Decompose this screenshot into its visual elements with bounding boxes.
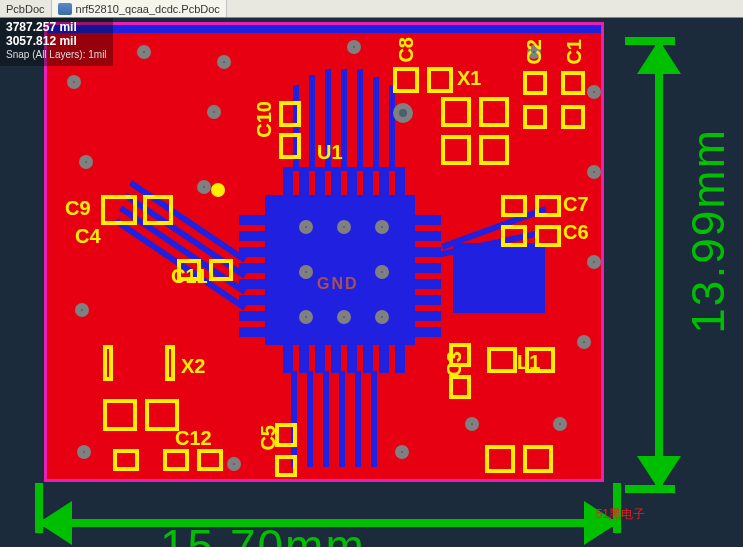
pad — [145, 399, 179, 431]
designator-l1: L1 — [517, 351, 540, 374]
via — [299, 265, 313, 279]
pad — [275, 455, 297, 477]
coord-y: 3057.812 mil — [6, 34, 107, 48]
trace — [323, 371, 329, 467]
via — [337, 220, 351, 234]
dimension-vertical — [619, 40, 689, 490]
pcb-board[interactable]: GND C8 X1 C2 C1 C10 U1 C9 C4 C11 C7 C6 X… — [44, 22, 604, 482]
via — [77, 445, 91, 459]
copper-fill — [47, 25, 601, 33]
pad — [501, 225, 527, 247]
via — [375, 265, 389, 279]
pad — [449, 375, 471, 399]
pad — [479, 97, 509, 127]
designator-c2: C2 — [523, 39, 546, 65]
copper-fill — [453, 243, 545, 313]
silk-text-gnd: GND — [317, 275, 359, 293]
designator-c1: C1 — [563, 39, 586, 65]
via — [217, 55, 231, 69]
pad — [441, 97, 471, 127]
via — [197, 180, 211, 194]
trace — [307, 371, 313, 467]
designator-c11: C11 — [171, 265, 208, 288]
designator-c7: C7 — [563, 193, 589, 216]
via — [465, 417, 479, 431]
trace — [389, 85, 395, 171]
pad — [561, 71, 585, 95]
designator-c10: C10 — [253, 101, 276, 138]
pin1-marker — [211, 183, 225, 197]
via — [375, 220, 389, 234]
designator-c5: C5 — [257, 425, 280, 451]
designator-x1: X1 — [457, 67, 481, 90]
trace — [371, 371, 377, 467]
tab-label: PcbDoc — [6, 3, 45, 15]
pad — [535, 195, 561, 217]
via — [587, 85, 601, 99]
designator-x2: X2 — [181, 355, 205, 378]
pad — [427, 67, 453, 93]
pad — [479, 135, 509, 165]
trace — [357, 69, 363, 171]
pad — [209, 259, 233, 281]
pad — [101, 195, 137, 225]
trace — [373, 77, 379, 171]
via — [553, 417, 567, 431]
snap-info: Snap (All Layers): 1mil — [6, 48, 107, 62]
trace — [309, 75, 315, 171]
pad — [103, 345, 113, 381]
tab-label: nrf52810_qcaa_dcdc.PcbDoc — [76, 3, 220, 15]
pad — [487, 347, 517, 373]
pad — [279, 133, 301, 159]
pad — [523, 445, 553, 473]
pad — [523, 105, 547, 129]
pad — [143, 195, 173, 225]
tab-file-2[interactable]: nrf52810_qcaa_dcdc.PcbDoc — [52, 0, 227, 17]
pad — [501, 195, 527, 217]
pad — [113, 449, 139, 471]
pcb-workspace[interactable]: 3787.257 mil 3057.812 mil Snap (All Laye… — [0, 18, 743, 547]
pad — [561, 105, 585, 129]
via — [587, 165, 601, 179]
pad — [103, 399, 137, 431]
via — [375, 310, 389, 324]
designator-c8: C8 — [395, 37, 418, 63]
trace — [355, 371, 361, 467]
designator-c9: C9 — [65, 197, 91, 220]
document-icon — [58, 3, 72, 15]
watermark-text: 51黑电子 — [596, 506, 645, 523]
via — [79, 155, 93, 169]
cursor-readout: 3787.257 mil 3057.812 mil Snap (All Laye… — [0, 18, 113, 66]
pad — [441, 135, 471, 165]
via — [207, 105, 221, 119]
pad — [197, 449, 223, 471]
via — [75, 303, 89, 317]
pad — [165, 345, 175, 381]
coord-x: 3787.257 mil — [6, 20, 107, 34]
via — [299, 310, 313, 324]
via — [299, 220, 313, 234]
pad — [523, 71, 547, 95]
pad — [393, 67, 419, 93]
via — [347, 40, 361, 54]
via — [587, 255, 601, 269]
pad — [279, 101, 301, 127]
designator-c3: C3 — [443, 351, 466, 377]
tab-bar: PcbDoc nrf52810_qcaa_dcdc.PcbDoc — [0, 0, 743, 18]
trace — [339, 371, 345, 467]
via — [137, 45, 151, 59]
via — [577, 335, 591, 349]
via — [337, 310, 351, 324]
pad — [535, 225, 561, 247]
designator-c12: C12 — [175, 427, 212, 450]
via — [395, 445, 409, 459]
pad — [485, 445, 515, 473]
pad — [163, 449, 189, 471]
designator-c6: C6 — [563, 221, 589, 244]
via — [393, 103, 413, 123]
dimension-height-label: 13.99mm — [681, 128, 735, 334]
tab-file-1[interactable]: PcbDoc — [0, 0, 52, 17]
via — [227, 457, 241, 471]
via — [67, 75, 81, 89]
dimension-width-label: 15.70mm — [160, 519, 366, 547]
